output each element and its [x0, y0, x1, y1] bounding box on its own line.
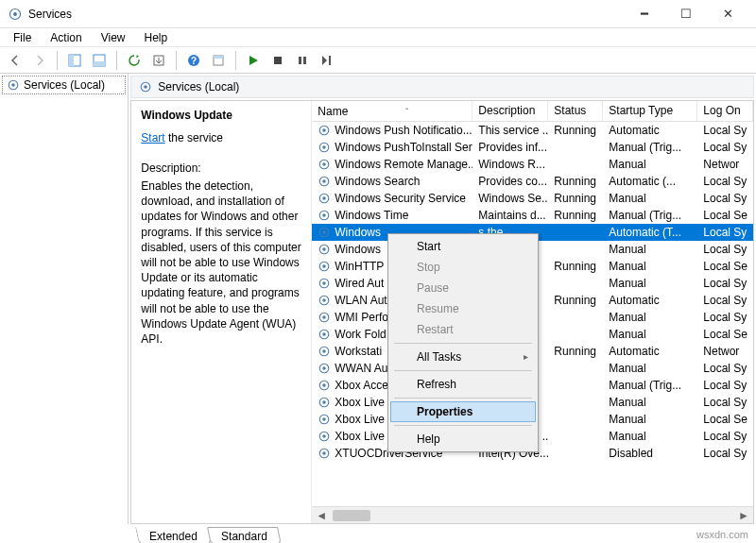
cell-description: Provides inf... — [472, 140, 548, 155]
service-name-text: Windows Remote Manage... — [335, 158, 472, 171]
toolbar-separator — [235, 51, 236, 70]
service-name-text: Xbox Acce — [335, 379, 388, 392]
service-row[interactable]: Windows PushToInstall Serv...Provides in… — [312, 139, 753, 156]
cell-startup-type: Manual — [603, 395, 697, 410]
ctx-all-tasks[interactable]: All Tasks▸ — [390, 347, 536, 367]
svg-point-58 — [323, 451, 327, 455]
tabs: Extended Standard — [0, 524, 756, 543]
service-row[interactable]: Windows Push Notificatio...This service … — [312, 122, 753, 139]
svg-rect-11 — [274, 57, 282, 64]
tab-standard[interactable]: Standard — [207, 527, 282, 543]
column-name[interactable]: Nameˆ — [312, 101, 472, 121]
cell-logon: Local Sy — [697, 446, 753, 461]
cell-name: Windows Search — [312, 174, 472, 189]
forward-button[interactable] — [28, 49, 51, 72]
menu-help[interactable]: Help — [137, 29, 176, 46]
cell-logon: Local Se — [697, 327, 753, 342]
stop-service-button[interactable] — [266, 49, 289, 72]
cell-description: Provides co... — [472, 174, 548, 189]
titlebar: Services ━ ☐ ✕ — [0, 0, 756, 28]
context-menu: Start Stop Pause Resume Restart All Task… — [387, 233, 539, 452]
watermark: wsxdn.com — [696, 529, 748, 540]
toolbar-separator — [176, 51, 177, 70]
show-hide-results-button[interactable] — [88, 49, 111, 72]
cell-logon: Local Sy — [697, 395, 753, 410]
svg-point-44 — [323, 332, 327, 336]
service-name-text: Windows Security Service — [335, 192, 466, 205]
service-row[interactable]: Windows Security ServiceWindows Se...Run… — [312, 190, 753, 207]
gear-icon — [318, 379, 331, 392]
maximize-button[interactable]: ☐ — [665, 1, 707, 27]
svg-rect-3 — [69, 55, 74, 66]
service-name-text: Xbox Live — [335, 396, 385, 409]
ctx-stop[interactable]: Stop — [390, 257, 536, 278]
show-hide-tree-button[interactable] — [63, 49, 86, 72]
close-button[interactable]: ✕ — [707, 1, 748, 27]
ctx-restart[interactable]: Restart — [390, 319, 536, 340]
start-service-link[interactable]: Start — [141, 131, 164, 144]
scroll-left-icon[interactable]: ◄ — [314, 509, 329, 522]
cell-startup-type: Manual — [603, 242, 697, 257]
gear-icon — [318, 209, 331, 222]
description-text: Enables the detection, download, and ins… — [141, 178, 301, 347]
ctx-resume[interactable]: Resume — [390, 298, 536, 319]
properties-button[interactable] — [207, 49, 230, 72]
cell-status — [548, 418, 603, 420]
cell-logon: Local Sy — [697, 242, 753, 257]
service-row[interactable]: Windows Remote Manage...Windows R...Manu… — [312, 156, 753, 173]
help-button[interactable]: ? — [182, 49, 205, 72]
cell-startup-type: Manual — [603, 327, 697, 342]
cell-startup-type: Manual — [603, 157, 697, 172]
cell-logon: Local Sy — [697, 123, 753, 138]
svg-rect-12 — [299, 57, 301, 64]
column-logon[interactable]: Log On — [697, 101, 753, 121]
scroll-right-icon[interactable]: ► — [736, 509, 751, 522]
minimize-button[interactable]: ━ — [624, 1, 665, 27]
svg-point-20 — [323, 128, 327, 132]
cell-logon: Local Sy — [697, 293, 753, 308]
tab-extended[interactable]: Extended — [135, 527, 212, 543]
service-name-text: Windows — [335, 226, 381, 239]
tree-item-services-local[interactable]: Services (Local) — [2, 76, 126, 94]
sort-asc-icon: ˆ — [348, 107, 466, 116]
horizontal-scrollbar[interactable]: ◄ ► — [312, 506, 753, 523]
cell-startup-type: Disabled — [603, 446, 697, 461]
toolbar-separator — [57, 51, 58, 70]
column-description[interactable]: Description — [472, 101, 548, 121]
service-name-text: Workstati — [335, 345, 382, 358]
ctx-refresh[interactable]: Refresh — [390, 374, 536, 395]
refresh-button[interactable] — [123, 49, 146, 72]
service-name-text: Work Fold — [335, 328, 386, 341]
service-row[interactable]: Windows SearchProvides co...RunningAutom… — [312, 173, 753, 190]
back-button[interactable] — [4, 49, 26, 72]
column-startup-type[interactable]: Startup Type — [603, 101, 697, 121]
pause-service-button[interactable] — [291, 49, 314, 72]
ctx-help[interactable]: Help — [390, 429, 536, 450]
ctx-start[interactable]: Start — [390, 236, 536, 257]
menubar: File Action View Help — [0, 28, 756, 47]
gear-icon — [318, 413, 331, 426]
ctx-properties[interactable]: Properties — [390, 401, 536, 422]
gear-icon — [318, 447, 331, 460]
column-status[interactable]: Status — [548, 101, 603, 121]
cell-startup-type: Manual — [603, 191, 697, 206]
menu-file[interactable]: File — [6, 29, 39, 46]
restart-service-button[interactable] — [316, 49, 338, 72]
svg-point-24 — [323, 162, 327, 166]
service-name-text: WLAN Aut — [335, 294, 387, 307]
scrollbar-thumb[interactable] — [333, 510, 370, 521]
cell-description: Maintains d... — [472, 208, 548, 223]
export-list-button[interactable] — [147, 49, 170, 72]
tree-item-label: Services (Local) — [24, 78, 105, 92]
menu-action[interactable]: Action — [43, 29, 89, 46]
service-name-text: Xbox Live — [335, 413, 385, 426]
menu-view[interactable]: View — [94, 29, 133, 46]
service-row[interactable]: Windows TimeMaintains d...RunningManual … — [312, 207, 753, 224]
start-service-button[interactable] — [242, 49, 265, 72]
cell-logon: Local Sy — [697, 276, 753, 291]
ctx-pause[interactable]: Pause — [390, 278, 536, 298]
cell-startup-type: Automatic — [603, 344, 697, 359]
cell-description: This service ... — [472, 123, 548, 138]
cell-startup-type: Automatic (T... — [603, 225, 697, 240]
cell-status: Running — [548, 123, 603, 138]
